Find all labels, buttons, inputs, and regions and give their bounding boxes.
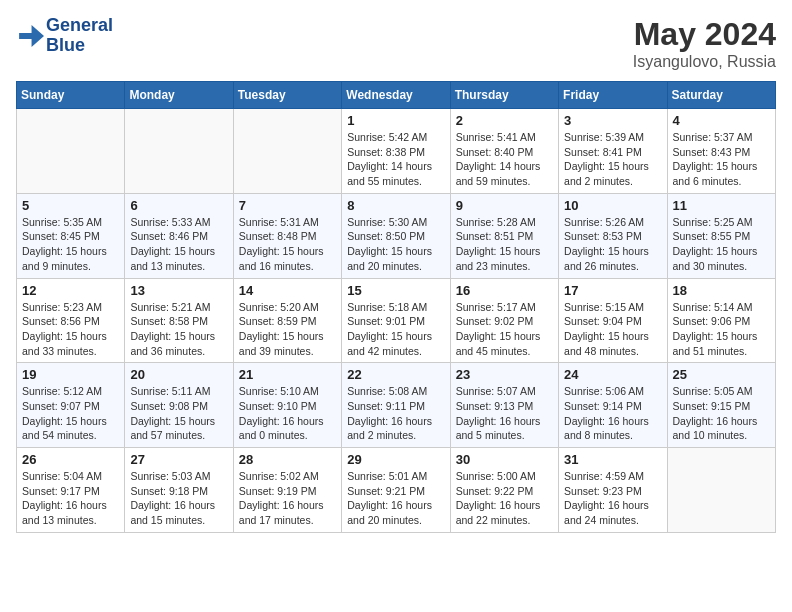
calendar-cell: 31Sunrise: 4:59 AM Sunset: 9:23 PM Dayli… [559, 448, 667, 533]
day-number: 2 [456, 113, 553, 128]
calendar-cell: 30Sunrise: 5:00 AM Sunset: 9:22 PM Dayli… [450, 448, 558, 533]
day-info: Sunrise: 5:28 AM Sunset: 8:51 PM Dayligh… [456, 215, 553, 274]
day-number: 11 [673, 198, 770, 213]
calendar-cell: 5Sunrise: 5:35 AM Sunset: 8:45 PM Daylig… [17, 193, 125, 278]
calendar-cell: 27Sunrise: 5:03 AM Sunset: 9:18 PM Dayli… [125, 448, 233, 533]
day-number: 22 [347, 367, 444, 382]
logo-icon [16, 22, 44, 50]
calendar-cell [233, 109, 341, 194]
calendar-cell: 11Sunrise: 5:25 AM Sunset: 8:55 PM Dayli… [667, 193, 775, 278]
day-number: 17 [564, 283, 661, 298]
day-info: Sunrise: 5:35 AM Sunset: 8:45 PM Dayligh… [22, 215, 119, 274]
location: Isyangulovo, Russia [633, 53, 776, 71]
logo-text: General Blue [46, 16, 113, 56]
day-number: 14 [239, 283, 336, 298]
calendar-cell: 6Sunrise: 5:33 AM Sunset: 8:46 PM Daylig… [125, 193, 233, 278]
calendar-cell: 10Sunrise: 5:26 AM Sunset: 8:53 PM Dayli… [559, 193, 667, 278]
column-header-sunday: Sunday [17, 82, 125, 109]
day-info: Sunrise: 5:39 AM Sunset: 8:41 PM Dayligh… [564, 130, 661, 189]
day-info: Sunrise: 5:11 AM Sunset: 9:08 PM Dayligh… [130, 384, 227, 443]
day-number: 21 [239, 367, 336, 382]
day-number: 16 [456, 283, 553, 298]
month-title: May 2024 [633, 16, 776, 53]
calendar-cell: 21Sunrise: 5:10 AM Sunset: 9:10 PM Dayli… [233, 363, 341, 448]
calendar-header-row: SundayMondayTuesdayWednesdayThursdayFrid… [17, 82, 776, 109]
day-number: 13 [130, 283, 227, 298]
calendar-cell: 25Sunrise: 5:05 AM Sunset: 9:15 PM Dayli… [667, 363, 775, 448]
calendar-cell: 29Sunrise: 5:01 AM Sunset: 9:21 PM Dayli… [342, 448, 450, 533]
day-info: Sunrise: 4:59 AM Sunset: 9:23 PM Dayligh… [564, 469, 661, 528]
day-info: Sunrise: 5:01 AM Sunset: 9:21 PM Dayligh… [347, 469, 444, 528]
day-info: Sunrise: 5:08 AM Sunset: 9:11 PM Dayligh… [347, 384, 444, 443]
day-number: 7 [239, 198, 336, 213]
calendar-cell [125, 109, 233, 194]
day-info: Sunrise: 5:02 AM Sunset: 9:19 PM Dayligh… [239, 469, 336, 528]
day-number: 30 [456, 452, 553, 467]
day-number: 19 [22, 367, 119, 382]
page-header: General Blue May 2024 Isyangulovo, Russi… [16, 16, 776, 71]
day-number: 29 [347, 452, 444, 467]
day-number: 18 [673, 283, 770, 298]
column-header-tuesday: Tuesday [233, 82, 341, 109]
day-number: 15 [347, 283, 444, 298]
day-info: Sunrise: 5:31 AM Sunset: 8:48 PM Dayligh… [239, 215, 336, 274]
calendar-cell: 16Sunrise: 5:17 AM Sunset: 9:02 PM Dayli… [450, 278, 558, 363]
day-number: 23 [456, 367, 553, 382]
day-number: 25 [673, 367, 770, 382]
column-header-friday: Friday [559, 82, 667, 109]
day-info: Sunrise: 5:10 AM Sunset: 9:10 PM Dayligh… [239, 384, 336, 443]
calendar-table: SundayMondayTuesdayWednesdayThursdayFrid… [16, 81, 776, 533]
day-info: Sunrise: 5:04 AM Sunset: 9:17 PM Dayligh… [22, 469, 119, 528]
day-number: 12 [22, 283, 119, 298]
day-info: Sunrise: 5:07 AM Sunset: 9:13 PM Dayligh… [456, 384, 553, 443]
day-number: 24 [564, 367, 661, 382]
calendar-cell: 26Sunrise: 5:04 AM Sunset: 9:17 PM Dayli… [17, 448, 125, 533]
day-info: Sunrise: 5:05 AM Sunset: 9:15 PM Dayligh… [673, 384, 770, 443]
day-info: Sunrise: 5:06 AM Sunset: 9:14 PM Dayligh… [564, 384, 661, 443]
day-info: Sunrise: 5:20 AM Sunset: 8:59 PM Dayligh… [239, 300, 336, 359]
calendar-week-1: 1Sunrise: 5:42 AM Sunset: 8:38 PM Daylig… [17, 109, 776, 194]
calendar-cell [667, 448, 775, 533]
calendar-cell: 24Sunrise: 5:06 AM Sunset: 9:14 PM Dayli… [559, 363, 667, 448]
logo: General Blue [16, 16, 113, 56]
day-info: Sunrise: 5:25 AM Sunset: 8:55 PM Dayligh… [673, 215, 770, 274]
calendar-cell: 1Sunrise: 5:42 AM Sunset: 8:38 PM Daylig… [342, 109, 450, 194]
calendar-cell: 14Sunrise: 5:20 AM Sunset: 8:59 PM Dayli… [233, 278, 341, 363]
calendar-cell: 2Sunrise: 5:41 AM Sunset: 8:40 PM Daylig… [450, 109, 558, 194]
day-number: 1 [347, 113, 444, 128]
day-info: Sunrise: 5:23 AM Sunset: 8:56 PM Dayligh… [22, 300, 119, 359]
calendar-cell: 9Sunrise: 5:28 AM Sunset: 8:51 PM Daylig… [450, 193, 558, 278]
calendar-week-4: 19Sunrise: 5:12 AM Sunset: 9:07 PM Dayli… [17, 363, 776, 448]
day-info: Sunrise: 5:15 AM Sunset: 9:04 PM Dayligh… [564, 300, 661, 359]
day-info: Sunrise: 5:21 AM Sunset: 8:58 PM Dayligh… [130, 300, 227, 359]
column-header-monday: Monday [125, 82, 233, 109]
day-info: Sunrise: 5:12 AM Sunset: 9:07 PM Dayligh… [22, 384, 119, 443]
column-header-wednesday: Wednesday [342, 82, 450, 109]
calendar-cell: 19Sunrise: 5:12 AM Sunset: 9:07 PM Dayli… [17, 363, 125, 448]
day-number: 8 [347, 198, 444, 213]
day-number: 4 [673, 113, 770, 128]
day-number: 28 [239, 452, 336, 467]
day-info: Sunrise: 5:30 AM Sunset: 8:50 PM Dayligh… [347, 215, 444, 274]
day-info: Sunrise: 5:18 AM Sunset: 9:01 PM Dayligh… [347, 300, 444, 359]
calendar-week-2: 5Sunrise: 5:35 AM Sunset: 8:45 PM Daylig… [17, 193, 776, 278]
day-number: 3 [564, 113, 661, 128]
day-info: Sunrise: 5:42 AM Sunset: 8:38 PM Dayligh… [347, 130, 444, 189]
day-info: Sunrise: 5:26 AM Sunset: 8:53 PM Dayligh… [564, 215, 661, 274]
day-number: 20 [130, 367, 227, 382]
day-number: 9 [456, 198, 553, 213]
calendar-cell: 22Sunrise: 5:08 AM Sunset: 9:11 PM Dayli… [342, 363, 450, 448]
calendar-cell: 7Sunrise: 5:31 AM Sunset: 8:48 PM Daylig… [233, 193, 341, 278]
day-number: 10 [564, 198, 661, 213]
column-header-saturday: Saturday [667, 82, 775, 109]
day-info: Sunrise: 5:03 AM Sunset: 9:18 PM Dayligh… [130, 469, 227, 528]
calendar-cell: 12Sunrise: 5:23 AM Sunset: 8:56 PM Dayli… [17, 278, 125, 363]
day-number: 27 [130, 452, 227, 467]
calendar-cell: 23Sunrise: 5:07 AM Sunset: 9:13 PM Dayli… [450, 363, 558, 448]
day-info: Sunrise: 5:41 AM Sunset: 8:40 PM Dayligh… [456, 130, 553, 189]
calendar-week-3: 12Sunrise: 5:23 AM Sunset: 8:56 PM Dayli… [17, 278, 776, 363]
calendar-cell: 18Sunrise: 5:14 AM Sunset: 9:06 PM Dayli… [667, 278, 775, 363]
day-info: Sunrise: 5:37 AM Sunset: 8:43 PM Dayligh… [673, 130, 770, 189]
calendar-cell: 28Sunrise: 5:02 AM Sunset: 9:19 PM Dayli… [233, 448, 341, 533]
day-number: 26 [22, 452, 119, 467]
